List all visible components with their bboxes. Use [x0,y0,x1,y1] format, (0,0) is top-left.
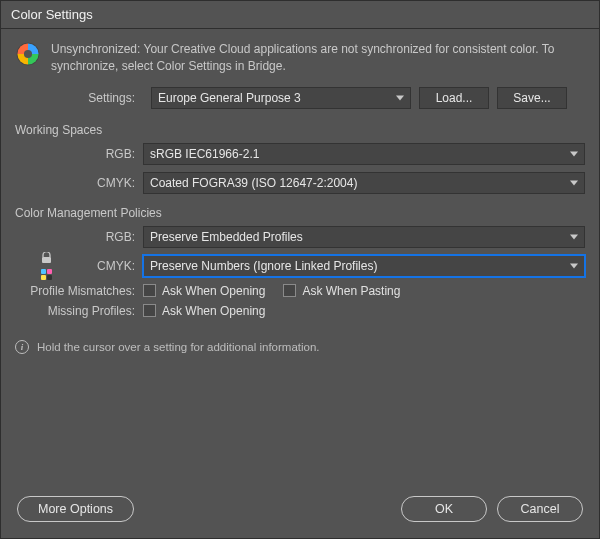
cmyk-swatch-icon [41,269,52,280]
ask-when-pasting-checkbox[interactable] [283,284,296,297]
ws-cmyk-label: CMYK: [15,176,143,190]
ask-when-opening-mismatch-label: Ask When Opening [162,284,265,298]
ws-cmyk-select[interactable]: Coated FOGRA39 (ISO 12647-2:2004) [143,172,585,194]
working-spaces-section: Working Spaces RGB: sRGB IEC61966-2.1 CM… [15,123,585,194]
unsynchronized-icon [15,41,41,70]
info-row: i Hold the cursor over a setting for add… [15,340,585,354]
svg-rect-2 [42,257,51,263]
ws-cmyk-row: CMYK: Coated FOGRA39 (ISO 12647-2:2004) [15,172,585,194]
window-title: Color Settings [11,7,93,22]
more-options-button[interactable]: More Options [17,496,134,522]
ask-when-opening-mismatch-checkbox[interactable] [143,284,156,297]
pol-cmyk-select-wrap: Preserve Numbers (Ignore Linked Profiles… [143,255,585,277]
working-spaces-header: Working Spaces [15,123,585,137]
sync-status-text: Unsynchronized: Your Creative Cloud appl… [51,41,585,75]
lock-icon [41,252,52,267]
dialog-footer: More Options OK Cancel [1,484,599,538]
settings-select[interactable]: Europe General Purpose 3 [151,87,411,109]
ok-button[interactable]: OK [401,496,487,522]
profile-mismatches-group: Ask When Opening Ask When Pasting [143,284,400,298]
pol-rgb-label: RGB: [15,230,143,244]
pol-cmyk-row: CMYK: Preserve Numbers (Ignore Linked Pr… [15,255,585,277]
pol-rgb-row: RGB: Preserve Embedded Profiles [15,226,585,248]
sync-status-row: Unsynchronized: Your Creative Cloud appl… [15,41,585,75]
info-text: Hold the cursor over a setting for addit… [37,341,320,353]
ws-rgb-select-wrap: sRGB IEC61966-2.1 [143,143,585,165]
info-icon: i [15,340,29,354]
ask-when-opening-missing[interactable]: Ask When Opening [143,304,265,318]
ask-when-opening-missing-label: Ask When Opening [162,304,265,318]
pol-rgb-select-wrap: Preserve Embedded Profiles [143,226,585,248]
missing-profiles-label: Missing Profiles: [15,304,143,318]
ws-cmyk-select-wrap: Coated FOGRA39 (ISO 12647-2:2004) [143,172,585,194]
profile-mismatches-row: Profile Mismatches: Ask When Opening Ask… [15,284,585,298]
ws-rgb-select[interactable]: sRGB IEC61966-2.1 [143,143,585,165]
pol-rgb-select[interactable]: Preserve Embedded Profiles [143,226,585,248]
svg-point-1 [24,50,32,58]
save-button[interactable]: Save... [497,87,567,109]
ws-rgb-label: RGB: [15,147,143,161]
ask-when-pasting-label: Ask When Pasting [302,284,400,298]
policies-header: Color Management Policies [15,206,585,220]
lock-indicator [41,252,52,280]
policies-section: Color Management Policies RGB: Preserve … [15,206,585,318]
pol-cmyk-select[interactable]: Preserve Numbers (Ignore Linked Profiles… [143,255,585,277]
ask-when-pasting[interactable]: Ask When Pasting [283,284,400,298]
missing-profiles-group: Ask When Opening [143,304,265,318]
settings-select-wrap: Europe General Purpose 3 [151,87,411,109]
ask-when-opening-missing-checkbox[interactable] [143,304,156,317]
profile-mismatches-label: Profile Mismatches: [15,284,143,298]
settings-row: Settings: Europe General Purpose 3 Load.… [15,87,585,109]
titlebar: Color Settings [1,1,599,29]
pol-cmyk-label: CMYK: [15,259,143,273]
ask-when-opening-mismatch[interactable]: Ask When Opening [143,284,265,298]
dialog-content: Unsynchronized: Your Creative Cloud appl… [1,29,599,484]
ws-rgb-row: RGB: sRGB IEC61966-2.1 [15,143,585,165]
missing-profiles-row: Missing Profiles: Ask When Opening [15,304,585,318]
load-button[interactable]: Load... [419,87,489,109]
settings-label: Settings: [15,91,143,105]
color-settings-dialog: Color Settings Unsynchronized: Your Crea… [0,0,600,539]
cancel-button[interactable]: Cancel [497,496,583,522]
